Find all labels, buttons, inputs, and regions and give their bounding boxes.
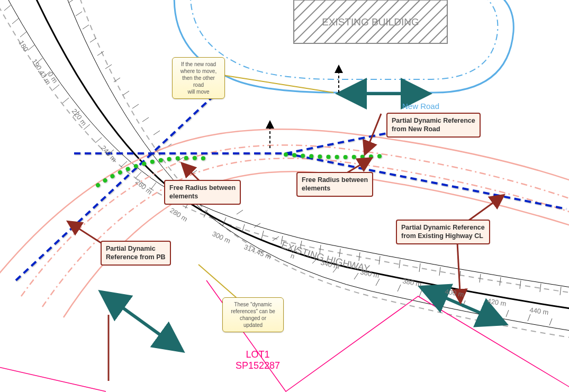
svg-text:420 m: 420 m bbox=[487, 297, 507, 307]
new-road-label: New Road bbox=[402, 102, 439, 111]
svg-line-11 bbox=[84, 124, 90, 130]
svg-line-41 bbox=[90, 38, 96, 42]
svg-line-39 bbox=[76, 12, 82, 16]
svg-line-36 bbox=[540, 284, 541, 292]
svg-line-37 bbox=[560, 287, 561, 295]
leader-note-dynamic bbox=[198, 265, 241, 302]
svg-line-48 bbox=[153, 131, 160, 135]
svg-line-15 bbox=[136, 172, 141, 178]
svg-line-63 bbox=[419, 290, 422, 297]
stations-upper: 180 190.43 m 0 m 220 m 240 m 260 m bbox=[17, 39, 153, 196]
svg-line-46 bbox=[132, 104, 139, 108]
svg-line-47 bbox=[142, 117, 149, 122]
svg-line-54 bbox=[237, 210, 243, 214]
svg-text:440 m: 440 m bbox=[529, 306, 549, 316]
callout-highway-cl: Partial Dynamic Referencefrom Existing H… bbox=[396, 220, 490, 244]
svg-line-69 bbox=[549, 318, 552, 325]
svg-line-61 bbox=[376, 279, 380, 286]
svg-line-67 bbox=[506, 310, 509, 317]
svg-line-62 bbox=[398, 285, 401, 291]
svg-text:190.43 m: 190.43 m bbox=[30, 58, 52, 86]
svg-text:300 m: 300 m bbox=[211, 230, 232, 245]
dimension-arrow-lower-left bbox=[103, 294, 180, 349]
svg-line-60 bbox=[354, 273, 358, 279]
svg-text:400 m: 400 m bbox=[444, 287, 464, 298]
diagram-canvas: EXISTING BUILDING bbox=[0, 0, 569, 392]
svg-line-43 bbox=[105, 65, 112, 69]
svg-text:260 m: 260 m bbox=[134, 178, 153, 196]
svg-text:240 m: 240 m bbox=[100, 144, 118, 163]
parcel-boundary bbox=[0, 280, 569, 391]
svg-line-12 bbox=[95, 138, 102, 143]
svg-line-9 bbox=[62, 98, 69, 103]
svg-line-68 bbox=[528, 314, 530, 321]
callout-free-radius-left: Free Radius betweenelements bbox=[164, 180, 241, 205]
leader-new-road bbox=[365, 114, 381, 153]
svg-line-2 bbox=[4, 5, 11, 11]
svg-text:360 m: 360 m bbox=[359, 268, 380, 279]
svg-text:380 m: 380 m bbox=[402, 277, 422, 288]
lot-label: LOT1 SP152287 bbox=[236, 349, 280, 371]
svg-line-66 bbox=[484, 305, 487, 312]
callout-pb: Partial DynamicReference from PB bbox=[101, 241, 171, 266]
svg-line-31 bbox=[439, 267, 440, 276]
tick-marks bbox=[4, 0, 561, 325]
svg-line-3 bbox=[12, 19, 19, 24]
svg-line-30 bbox=[419, 263, 420, 272]
svg-line-40 bbox=[83, 25, 89, 29]
highway-row-lower bbox=[77, 0, 569, 339]
svg-text:280 m: 280 m bbox=[168, 206, 189, 223]
note-move: If the new roadwhere to move,then the ot… bbox=[172, 57, 225, 99]
svg-line-38 bbox=[69, 0, 75, 3]
callout-new-road-ref: Partial Dynamic Referencefrom New Road bbox=[386, 113, 481, 138]
callout-free-radius-right: Free Radius betweenelements bbox=[296, 172, 373, 197]
svg-line-29 bbox=[399, 260, 400, 268]
svg-text:314.45 m: 314.45 m bbox=[243, 243, 273, 261]
existing-building-label: EXISTING BUILDING bbox=[322, 16, 419, 28]
svg-line-8 bbox=[53, 85, 59, 90]
note-dynamic: These "dynamicreferences" can bechanged … bbox=[222, 297, 284, 332]
svg-line-4 bbox=[20, 32, 26, 37]
svg-line-45 bbox=[123, 91, 129, 95]
